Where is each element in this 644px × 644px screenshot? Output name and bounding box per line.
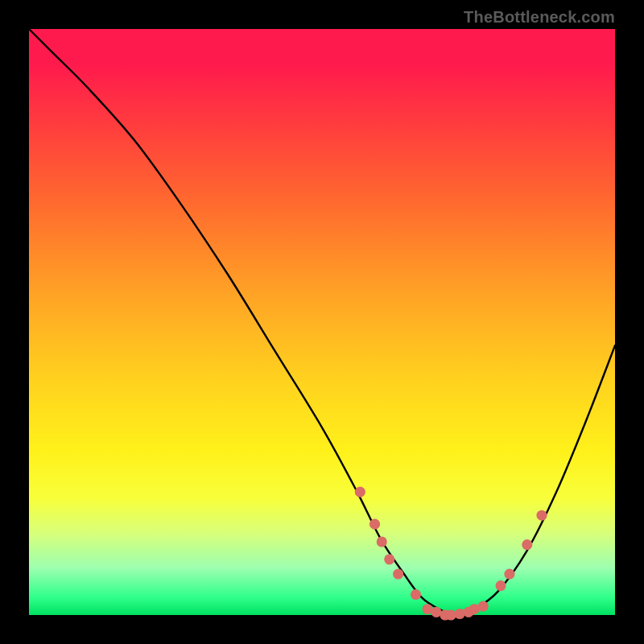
curve-marker: [495, 580, 506, 591]
curve-marker: [384, 554, 394, 564]
curve-marker: [536, 510, 547, 521]
chart-svg: [29, 29, 615, 615]
curve-marker: [393, 568, 403, 579]
curve-marker: [455, 609, 465, 619]
curve-marker: [411, 589, 421, 600]
curve-marker: [504, 568, 514, 579]
attribution-label: TheBottleneck.com: [464, 8, 615, 27]
curve-marker: [478, 601, 489, 612]
curve-marker: [369, 519, 380, 530]
marker-layer: [355, 487, 547, 621]
plot-area: [29, 29, 615, 615]
bottleneck-curve-path: [29, 29, 615, 615]
chart-frame: TheBottleneck.com: [0, 0, 644, 644]
curve-marker: [355, 487, 365, 497]
curve-marker: [377, 536, 387, 547]
curve-marker: [522, 539, 532, 550]
